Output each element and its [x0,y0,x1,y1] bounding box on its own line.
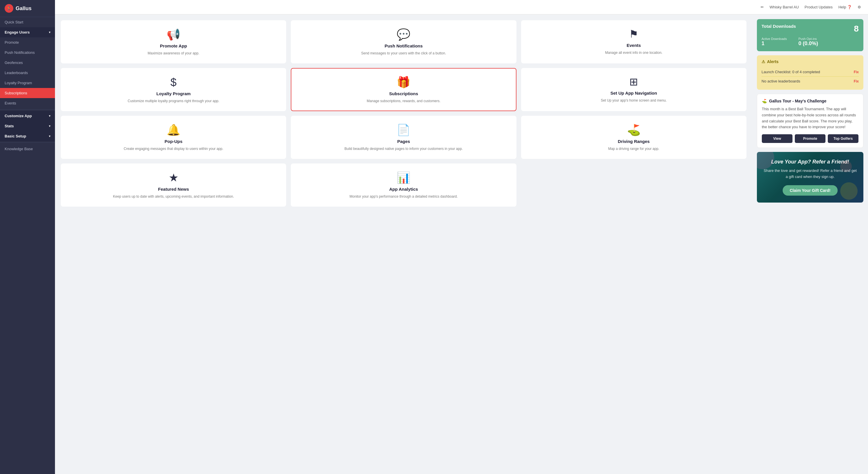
alerts-card: ⚠ Alerts Launch Checklist: 0 of 4 comple… [757,55,863,90]
card-title: Featured News [158,187,189,191]
golf-icon: ⛳ [627,124,641,136]
card-title: Subscriptions [389,91,418,96]
sidebar-item-quick-start[interactable]: Quick Start [0,17,55,27]
cards-grid: 📢 Promote App Maximize awareness of your… [55,14,752,474]
chevron-down-icon: ▾ [49,135,50,138]
bell-icon: 🔔 [167,124,180,136]
card-title: Loyalty Program [156,91,190,96]
card-title: Promote App [160,43,187,48]
card-desc: Send messages to your users with the cli… [361,51,446,56]
push-optins: Push Opt-ins 0 (0.0%) [798,37,818,47]
app-logo: 🏌 Gallus [0,0,55,17]
downloads-count: 8 [854,24,859,34]
view-button[interactable]: View [762,134,793,143]
refer-desc: Share the love and get rewarded! Refer a… [763,168,858,180]
help-link[interactable]: Help ❓ [838,5,852,9]
card-title: Push Notifications [384,43,423,48]
card-set-up-navigation[interactable]: ⊞ Set Up App Navigation Set Up your app'… [521,68,746,111]
top-golfers-button[interactable]: Top Golfers [828,134,859,143]
card-featured-news[interactable]: ★ Featured News Keep users up to date wi… [61,164,286,207]
card-title: Events [627,43,641,48]
logo-icon: 🏌 [5,4,13,13]
nav-icon: ⊞ [629,77,638,87]
sidebar-item-customize-app[interactable]: Customize App ▾ [0,111,55,121]
card-pop-ups[interactable]: 🔔 Pop-Ups Create engaging messages that … [61,116,286,159]
card-events[interactable]: ⚑ Events Manage all event info in one lo… [521,20,746,63]
alert-item-checklist: Launch Checklist: 0 of 4 completed Fix [762,67,859,77]
sidebar-item-loyalty-program[interactable]: Loyalty Program [0,78,55,88]
megaphone-icon: 📢 [167,29,180,40]
card-app-analytics[interactable]: 📊 App Analytics Monitor your app's perfo… [291,164,516,207]
card-desc: Keep users up to date with alerts, upcom… [113,194,234,199]
card-title: Pop-Ups [165,139,183,144]
sidebar-item-basic-setup[interactable]: Basic Setup ▾ [0,131,55,141]
sidebar-item-subscriptions[interactable]: Subscriptions [0,88,55,98]
card-desc: Set Up your app's home screen and menu. [601,98,666,103]
fix-link-leaderboards[interactable]: Fix [854,79,859,83]
star-icon: ★ [169,172,179,183]
dollar-icon: $ [170,77,177,88]
card-pages[interactable]: 📄 Pages Build beautifully designed nativ… [291,116,516,159]
card-desc: Manage subscriptions, rewards, and custo… [367,98,441,103]
tour-card: ⛳ Gallus Tour - May's Challenge This mon… [757,94,863,148]
card-title: Driving Ranges [618,139,650,144]
card-desc: Manage all event info in one location. [605,50,662,55]
chart-icon: 📊 [397,172,410,183]
doc-icon: 📄 [397,124,410,136]
card-desc: Maximize awareness of your app. [148,51,199,56]
sidebar-item-events[interactable]: Events [0,98,55,108]
club-name[interactable]: Whisky Barrel AU [770,5,799,9]
tour-body: This month is a Best Ball Tournament. Th… [762,106,859,130]
card-push-notifications[interactable]: 💬 Push Notifications Send messages to yo… [291,20,516,63]
card-desc: Customize multiple loyalty programs righ… [128,98,219,103]
claim-gift-card-button[interactable]: Claim Your Gift Card! [783,185,837,196]
chevron-down-icon: ▾ [49,31,50,34]
downloads-title: Total Downloads [762,24,796,29]
promote-button[interactable]: Promote [795,134,826,143]
top-nav: ✏ Whisky Barrel AU Product Updates Help … [55,0,868,14]
settings-icon[interactable]: ⚙ [858,5,861,9]
alert-item-leaderboards: No active leaderboards Fix [762,77,859,86]
active-downloads: Active Downloads 1 [762,37,787,47]
sidebar: 🏌 Gallus Quick Start Engage Users ▾ Prom… [0,0,55,474]
downloads-card: Total Downloads 8 Active Downloads 1 Pus… [757,19,863,51]
card-desc: Map a driving range for your app. [608,146,659,151]
app-name: Gallus [16,5,32,11]
card-desc: Create engaging messages that display to… [124,146,223,151]
sidebar-item-stats[interactable]: Stats ▾ [0,121,55,131]
sidebar-item-push-notifications[interactable]: Push Notifications [0,48,55,58]
card-desc: Build beautifully designed native pages … [345,146,463,151]
main-wrap: ✏ Whisky Barrel AU Product Updates Help … [55,0,868,474]
alerts-header: ⚠ Alerts [762,59,859,64]
chevron-down-icon: ▾ [49,124,50,128]
card-promote-app[interactable]: 📢 Promote App Maximize awareness of your… [61,20,286,63]
sidebar-item-leaderboards[interactable]: Leaderboards [0,68,55,78]
gift-icon: 🎁 [397,77,410,88]
flag-icon: ⚑ [629,29,638,39]
sidebar-item-knowledge-base[interactable]: Knowledge Base [0,144,55,154]
card-title: App Analytics [389,187,418,191]
warning-icon: ⚠ [762,59,765,64]
card-subscriptions[interactable]: 🎁 Subscriptions Manage subscriptions, re… [291,68,516,111]
golf-small-icon: ⛳ [762,99,767,103]
tour-actions: View Promote Top Golfers [762,134,859,143]
tour-header: ⛳ Gallus Tour - May's Challenge [762,99,859,103]
fix-link-checklist[interactable]: Fix [854,70,859,74]
chevron-down-icon: ▾ [49,114,50,117]
sidebar-item-promote[interactable]: Promote [0,37,55,48]
card-title: Set Up App Navigation [611,91,657,95]
product-updates[interactable]: Product Updates [805,5,833,9]
pencil-icon[interactable]: ✏ [761,5,764,9]
card-desc: Monitor your app's performance through a… [349,194,458,199]
right-panel: Total Downloads 8 Active Downloads 1 Pus… [752,14,868,474]
card-loyalty-program[interactable]: $ Loyalty Program Customize multiple loy… [61,68,286,111]
card-title: Pages [397,139,410,144]
sidebar-item-engage-users[interactable]: Engage Users ▾ [0,27,55,37]
chat-icon: 💬 [397,29,410,40]
sidebar-item-geofences[interactable]: Geofences [0,58,55,68]
card-driving-ranges[interactable]: ⛳ Driving Ranges Map a driving range for… [521,116,746,159]
content-area: 📢 Promote App Maximize awareness of your… [55,14,868,474]
refer-card: Love Your App? Refer a Friend! Share the… [757,152,863,203]
